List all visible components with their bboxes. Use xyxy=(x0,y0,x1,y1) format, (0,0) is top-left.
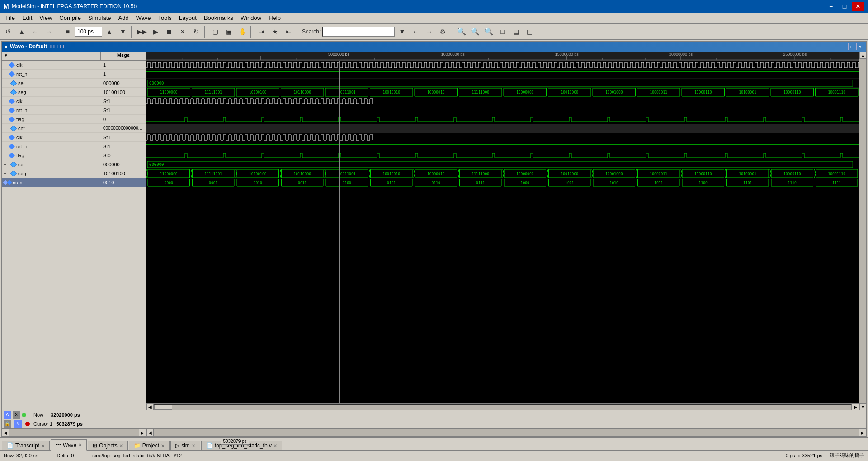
search-prev-button[interactable]: ← xyxy=(409,26,422,38)
tb-nav1-button[interactable]: ⇥ xyxy=(255,26,268,38)
signal-row-seg2[interactable]: + seg 10100100 xyxy=(2,169,146,178)
signal-row-clk1[interactable]: clk 1 xyxy=(2,61,146,70)
wave-scroll-left2[interactable]: ◀ xyxy=(146,429,154,436)
menu-help[interactable]: Help xyxy=(265,14,284,22)
tb-wave2-button[interactable]: ▣ xyxy=(222,26,235,38)
sig-scroll-right[interactable]: ▶ xyxy=(139,429,146,436)
zoom-in-button[interactable]: 🔍 xyxy=(482,26,495,38)
sel1-expand[interactable]: + xyxy=(4,80,9,85)
signal-row-rstn3[interactable]: rst_n St1 xyxy=(2,142,146,151)
close-button[interactable]: ✕ xyxy=(852,2,864,11)
sig-scroll-left[interactable]: ◀ xyxy=(2,429,9,436)
zoom-full-button[interactable]: 🔍 xyxy=(455,26,468,38)
signal-row-num[interactable]: num 0010 xyxy=(2,178,146,187)
menu-window[interactable]: Window xyxy=(237,14,265,22)
sel2-expand[interactable]: + xyxy=(4,162,9,167)
signal-row-flag1[interactable]: flag 0 xyxy=(2,115,146,124)
zoom-custom-button[interactable]: ▥ xyxy=(523,26,536,38)
tab-sim-close[interactable]: ✕ xyxy=(192,443,195,448)
tb-wave1-button[interactable]: ▢ xyxy=(209,26,222,38)
signal-collapse-all[interactable]: ▼ xyxy=(4,53,8,58)
tb-dec-button[interactable]: ▼ xyxy=(117,26,129,38)
zoom-out-button[interactable]: 🔍 xyxy=(469,26,481,38)
tb-back-button[interactable]: ← xyxy=(29,26,42,38)
menu-simulate[interactable]: Simulate xyxy=(85,14,115,22)
signal-row-rstn1[interactable]: rst_n 1 xyxy=(2,70,146,79)
vscroll-track[interactable] xyxy=(859,59,866,403)
tb-run-button[interactable]: ▶ xyxy=(149,26,162,38)
menu-compile[interactable]: Compile xyxy=(56,14,85,22)
search-dropdown-button[interactable]: ▼ xyxy=(396,26,408,38)
tb-reset-button[interactable]: ↻ xyxy=(190,26,203,38)
tab-wave-close[interactable]: ✕ xyxy=(78,442,82,447)
menu-edit[interactable]: Edit xyxy=(19,14,36,22)
tb-wave3-button[interactable]: ✋ xyxy=(236,26,249,38)
signal-row-sel1[interactable]: + sel 000000 xyxy=(2,79,146,88)
tab-transcript[interactable]: 📄 Transcript ✕ xyxy=(2,441,50,450)
signal-row-rstn2[interactable]: rst_n St1 xyxy=(2,106,146,115)
menu-wave[interactable]: Wave xyxy=(132,14,155,22)
zoom-select-button[interactable]: ▤ xyxy=(509,26,522,38)
wave-close-button[interactable]: ✕ xyxy=(856,43,863,50)
tab-sim-icon: ▷ xyxy=(175,442,179,449)
tb-inc-button[interactable]: ▲ xyxy=(103,26,116,38)
tab-topfile-close[interactable]: ✕ xyxy=(274,443,277,448)
wave-minimize-button[interactable]: − xyxy=(840,43,847,50)
scroll-right-button[interactable]: ▶ xyxy=(852,404,859,411)
signal-row-cnt[interactable]: + cnt 00000000000000... xyxy=(2,124,146,133)
sig-scroll-track[interactable] xyxy=(9,429,139,436)
scroll-left-button[interactable]: ◀ xyxy=(146,404,154,411)
menu-layout[interactable]: Layout xyxy=(175,14,200,22)
tb-nav2-button[interactable]: ★ xyxy=(269,26,281,38)
wave-scroll-track2[interactable] xyxy=(154,429,859,436)
signal-row-flag2[interactable]: flag St0 xyxy=(2,151,146,160)
tb-run-all-button[interactable]: ▶▶ xyxy=(136,26,148,38)
tab-objects-close[interactable]: ✕ xyxy=(119,443,123,448)
search-next-button[interactable]: → xyxy=(423,26,435,38)
tab-project-close[interactable]: ✕ xyxy=(161,443,165,448)
search-label: Search: xyxy=(302,28,321,35)
signal-row-seg1[interactable]: + seg 10100100 xyxy=(2,88,146,97)
tb-step-button[interactable]: ■ xyxy=(61,26,74,38)
tb-forward-button[interactable]: → xyxy=(42,26,55,38)
seg1-expand[interactable]: + xyxy=(4,89,9,94)
tab-project[interactable]: 📁 Project ✕ xyxy=(129,441,170,450)
search-opt-button[interactable]: ⚙ xyxy=(436,26,449,38)
tb-up-button[interactable]: ▲ xyxy=(15,26,28,38)
svg-text:10110000: 10110000 xyxy=(293,90,311,94)
vscroll-up-button[interactable]: ▲ xyxy=(859,52,866,59)
signal-row-clk3[interactable]: clk St1 xyxy=(2,133,146,142)
cursor-label-text: Cursor 1 xyxy=(33,421,52,427)
tb-stop-button[interactable]: ⏹ xyxy=(163,26,175,38)
tab-wave[interactable]: 〜 Wave ✕ xyxy=(51,439,87,451)
zoom-fit-button[interactable]: □ xyxy=(496,26,509,38)
menu-tools[interactable]: Tools xyxy=(154,14,175,22)
minimize-button[interactable]: − xyxy=(825,2,837,11)
menu-add[interactable]: Add xyxy=(115,14,132,22)
wave-maximize-button[interactable]: □ xyxy=(848,43,855,50)
scroll-thumb[interactable] xyxy=(154,405,172,410)
wave-scroll-right2[interactable]: ▶ xyxy=(859,429,866,436)
tab-sim[interactable]: ▷ sim ✕ xyxy=(170,441,200,450)
tab-transcript-close[interactable]: ✕ xyxy=(41,443,45,448)
seg2-expand[interactable]: + xyxy=(4,171,9,176)
tb-nav3-button[interactable]: ⇤ xyxy=(282,26,295,38)
vscroll-down-button[interactable]: ▼ xyxy=(859,403,866,410)
tb-time-input[interactable] xyxy=(75,27,102,37)
menu-file[interactable]: File xyxy=(2,14,19,22)
menu-view[interactable]: View xyxy=(36,14,56,22)
tb-restart-button[interactable]: ↺ xyxy=(2,26,14,38)
search-input[interactable] xyxy=(322,27,395,37)
signal-row-clk2[interactable]: clk St1 xyxy=(2,97,146,106)
signal-scroll-area: ◀ ▶ xyxy=(2,429,146,436)
signal-icon-sel2 xyxy=(10,162,17,167)
cnt-expand[interactable]: + xyxy=(4,126,9,131)
tab-objects[interactable]: ⊞ Objects ✕ xyxy=(88,441,128,450)
maximize-button[interactable]: □ xyxy=(838,2,851,11)
tb-break-button[interactable]: ✕ xyxy=(176,26,189,38)
signal-row-sel2[interactable]: + sel 000000 xyxy=(2,160,146,169)
svg-text:20000000 ps: 20000000 ps xyxy=(669,52,693,56)
tab-transcript-label: Transcript xyxy=(15,442,39,449)
menu-bookmarks[interactable]: Bookmarks xyxy=(200,14,237,22)
scroll-track[interactable] xyxy=(154,404,852,410)
